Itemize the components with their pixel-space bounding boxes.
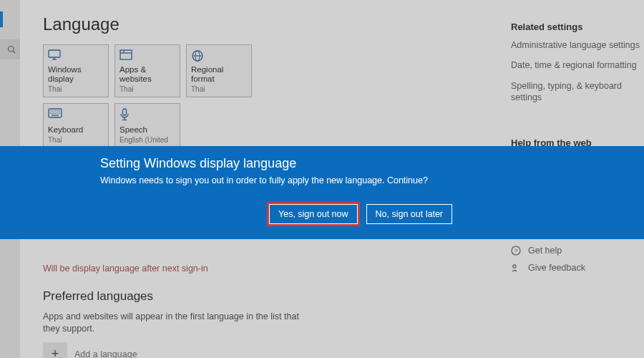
svg-point-21 (57, 112, 58, 114)
svg-point-16 (57, 110, 58, 112)
window-icon (119, 49, 175, 64)
sidebar-accent (0, 11, 3, 27)
svg-point-15 (54, 110, 56, 112)
tile-label: Windows display (48, 65, 104, 83)
svg-point-0 (9, 47, 14, 52)
no-sign-out-later-button[interactable]: No, sign out later (366, 204, 453, 224)
feedback-icon (511, 263, 521, 273)
svg-point-18 (50, 112, 52, 114)
tile-sub: Thai (119, 85, 175, 92)
add-language-label: Add a language (74, 349, 137, 358)
search-icon (7, 45, 16, 54)
tile-sub: Thai (48, 85, 104, 92)
preferred-languages-heading: Preferred languages (43, 289, 501, 304)
search-box[interactable] (0, 39, 20, 59)
tile-label: Keyboard (48, 125, 104, 135)
dialog-message: Windows needs to sign you out in order t… (100, 175, 644, 185)
tile-label: Speech (119, 125, 175, 135)
link-admin-language[interactable]: Administrative language settings (511, 39, 640, 51)
tile-windows-display[interactable]: Windows display Thai (43, 44, 109, 97)
tile-regional-format[interactable]: Regional format Thai (186, 44, 252, 97)
svg-rect-23 (123, 109, 127, 115)
add-language-button[interactable]: + Add a language (43, 342, 501, 358)
svg-line-1 (13, 51, 15, 53)
svg-rect-5 (120, 50, 132, 59)
svg-point-22 (59, 112, 60, 114)
help-icon: ? (511, 246, 521, 256)
dialog-title: Setting Windows display language (100, 156, 644, 171)
related-settings-heading: Related settings (511, 21, 644, 32)
svg-rect-2 (49, 50, 60, 57)
keyboard-icon (48, 108, 104, 124)
display-language-notice: Will be display language after next sign… (43, 263, 501, 274)
svg-point-28 (513, 265, 516, 268)
link-date-time-regional[interactable]: Date, time & regional formatting (511, 59, 640, 71)
svg-point-17 (59, 110, 60, 112)
give-feedback-label: Give feedback (528, 263, 585, 273)
link-spelling-typing[interactable]: Spelling, typing, & keyboard settings (511, 80, 640, 104)
svg-point-14 (52, 110, 54, 112)
get-help-label: Get help (528, 246, 562, 256)
mic-icon (119, 108, 175, 124)
monitor-icon (48, 49, 104, 64)
tile-sub: Thai (191, 85, 247, 92)
dialog-buttons: Yes, sign out now No, sign out later (269, 204, 644, 224)
svg-text:?: ? (514, 248, 518, 254)
globe-icon (191, 49, 247, 64)
preferred-languages-desc: Apps and websites will appear in the fir… (43, 311, 315, 335)
tile-sub: Thai (48, 136, 104, 144)
tile-sub: English (United (119, 136, 175, 144)
svg-point-20 (54, 112, 56, 114)
tile-apps-websites[interactable]: Apps & websites Thai (114, 44, 180, 97)
give-feedback-link[interactable]: Give feedback (511, 263, 644, 273)
signout-dialog: Setting Windows display language Windows… (0, 146, 644, 239)
svg-point-19 (52, 112, 54, 114)
yes-sign-out-button[interactable]: Yes, sign out now (269, 204, 358, 224)
svg-point-13 (50, 110, 52, 112)
plus-icon: + (43, 342, 67, 358)
tile-row-1: Windows display Thai Apps & websites Tha… (43, 44, 501, 97)
tile-label: Apps & websites (119, 65, 175, 83)
page-title: Language (43, 14, 501, 34)
get-help-link[interactable]: ? Get help (511, 246, 644, 256)
tile-label: Regional format (191, 65, 247, 83)
